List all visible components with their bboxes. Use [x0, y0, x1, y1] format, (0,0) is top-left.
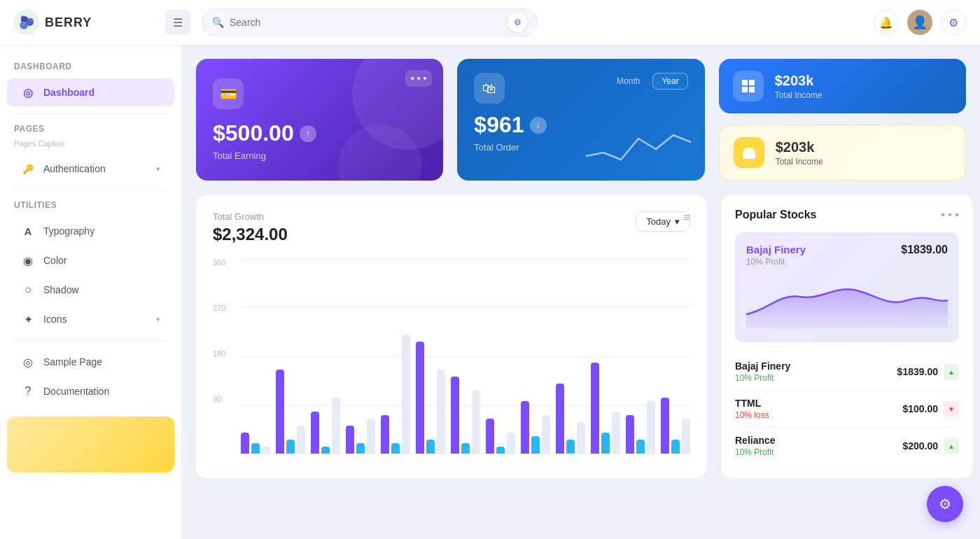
menu-icon: ☰ [173, 16, 183, 29]
sidebar-divider-1 [14, 113, 167, 114]
shopping-icon: 🛍 [482, 80, 496, 97]
chart-header: Total Growth $2,324.00 Today ▾ [213, 211, 690, 244]
bar-light-1 [262, 447, 270, 454]
stocks-more-button[interactable]: • • • [941, 209, 959, 221]
stock-list-item-2: TTML 10% loss $100.00 ▼ [735, 391, 959, 428]
earning-more-button[interactable]: • • • [405, 70, 432, 87]
bar-blue-4 [356, 443, 365, 454]
sidebar-item-color[interactable]: ◉ Color [7, 246, 174, 274]
order-tabs: Month Year [608, 73, 688, 90]
income-stack: $203k Total Income $203k Total Income [719, 59, 966, 181]
featured-stock-header: Bajaj Finery 10% Profit $1839.00 [746, 244, 948, 267]
search-icon: 🔍 [212, 17, 224, 28]
tab-year[interactable]: Year [652, 73, 687, 90]
search-input[interactable] [230, 17, 502, 28]
wallet-icon: 💳 [220, 85, 237, 102]
bar-blue-12 [636, 440, 645, 454]
svg-rect-2 [742, 80, 748, 85]
chart-area: 360 270 180 90 [213, 258, 690, 454]
logo-area: 🫐 BERRY [14, 10, 154, 35]
stocks-card: Popular Stocks • • • Bajaj Finery 10% Pr… [721, 195, 973, 478]
sidebar-item-authentication[interactable]: 🔑 Authentication ▾ [7, 155, 174, 183]
sidebar-label-documentation: Documentation [43, 386, 109, 397]
fab-button[interactable]: ⚙ [927, 486, 963, 522]
y-label-90: 90 [213, 395, 225, 403]
sidebar-item-sample-page[interactable]: ◎ Sample Page [7, 348, 174, 376]
settings-button[interactable]: ⚙ [941, 10, 966, 35]
y-label-270: 270 [213, 304, 225, 312]
sidebar-section-dashboard: Dashboard [0, 59, 181, 77]
income1-label: Total Income [775, 90, 822, 100]
income-icon-yellow [734, 137, 764, 168]
tab-month[interactable]: Month [608, 73, 648, 90]
topbar: 🫐 BERRY ☰ 🔍 ⚙ 🔔 👤 ⚙ [0, 0, 980, 45]
sidebar-item-typography[interactable]: A Typography [7, 217, 174, 245]
bar-group-1 [241, 433, 270, 454]
bar-group-2 [276, 370, 305, 454]
order-card: 🛍 Month Year $961 ↓ Total Order [457, 59, 704, 181]
sidebar-bottom-accent [7, 416, 174, 472]
stocks-title: Popular Stocks [735, 209, 816, 221]
svg-text:🫐: 🫐 [19, 15, 35, 30]
logo-icon: 🫐 [14, 10, 39, 35]
order-card-top: 🛍 Month Year [474, 73, 687, 104]
stats-row: • • • 💳 $500.00 ↑ Total Earning 🛍 Mo [196, 59, 966, 181]
stock-list-item-3: Reliance 10% Profit $200.00 ▲ [735, 428, 959, 464]
sidebar-label-icons: Icons [43, 314, 66, 325]
chart-period-button[interactable]: Today ▾ [636, 211, 690, 232]
stock-3-trend-icon: ▲ [944, 438, 959, 454]
income2-label: Total Income [776, 157, 823, 167]
sidebar-label-sample-page: Sample Page [43, 356, 102, 368]
sidebar-pages-caption: Pages Caption [0, 139, 181, 153]
chevron-down-icon: ▾ [156, 164, 160, 174]
sidebar-item-documentation[interactable]: ? Documentation [7, 377, 174, 405]
stock-2-label: 10% loss [735, 410, 769, 420]
svg-rect-5 [749, 87, 755, 92]
bar-purple-5 [381, 415, 389, 454]
sidebar-divider-2 [14, 190, 167, 190]
stock-3-right: $200.00 ▲ [902, 438, 959, 454]
earning-card: • • • 💳 $500.00 ↑ Total Earning [196, 59, 443, 181]
featured-profit-label: 10% Profit [746, 257, 806, 267]
earning-trend-icon: ↑ [300, 125, 316, 142]
y-label-360: 360 [213, 258, 225, 267]
sidebar-item-dashboard[interactable]: ◎ Dashboard [7, 78, 174, 106]
chart-menu-button[interactable]: ≡ [684, 211, 690, 224]
bar-group-10 [556, 384, 585, 454]
avatar[interactable]: 👤 [907, 10, 932, 35]
sidebar: Dashboard ◎ Dashboard Pages Pages Captio… [0, 45, 182, 539]
bar-group-5 [381, 335, 410, 454]
bar-blue-13 [671, 440, 680, 454]
bar-group-9 [521, 401, 550, 454]
auth-icon: 🔑 [21, 162, 35, 176]
svg-rect-4 [742, 87, 748, 92]
menu-button[interactable]: ☰ [165, 10, 190, 35]
svg-rect-6 [743, 152, 755, 159]
bar-purple-4 [346, 426, 354, 454]
chart-yaxis: 360 270 180 90 [213, 258, 225, 454]
bar-purple-13 [661, 398, 669, 454]
order-icon-box: 🛍 [474, 73, 505, 104]
bar-purple-10 [556, 384, 564, 454]
income1-amount: $203k [775, 73, 822, 89]
stock-1-price: $1839.00 [897, 366, 938, 377]
bar-light-2 [297, 426, 305, 454]
stock-3-price: $200.00 [902, 440, 938, 451]
stock-1-name: Bajaj Finery [735, 360, 790, 372]
bar-light-9 [542, 415, 550, 454]
sidebar-label-color: Color [43, 255, 66, 266]
bar-blue-9 [531, 436, 540, 454]
stock-sparkline-chart [746, 272, 948, 328]
featured-stock-card: Bajaj Finery 10% Profit $1839.00 [735, 232, 959, 342]
sidebar-item-shadow[interactable]: ○ Shadow [7, 276, 174, 304]
filter-button[interactable]: ⚙ [507, 13, 527, 32]
notification-button[interactable]: 🔔 [874, 10, 899, 35]
bar-purple-1 [241, 433, 249, 454]
bar-blue-11 [601, 433, 610, 454]
typography-icon: A [21, 224, 35, 238]
bar-purple-7 [451, 377, 459, 454]
income-info-blue: $203k Total Income [775, 73, 822, 100]
main-content: • • • 💳 $500.00 ↑ Total Earning 🛍 Mo [182, 45, 980, 539]
bar-light-13 [682, 419, 690, 454]
sidebar-item-icons[interactable]: ✦ Icons ▾ [7, 305, 174, 333]
